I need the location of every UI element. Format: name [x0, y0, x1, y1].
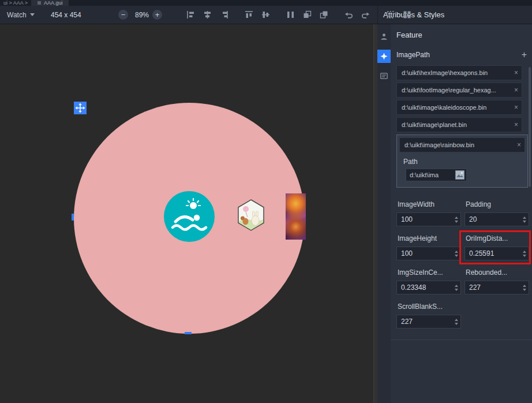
remove-path-icon[interactable]: ×: [514, 86, 518, 94]
img-size-in-center-input[interactable]: [397, 283, 452, 292]
padding-input[interactable]: [465, 215, 520, 223]
padding-spinner[interactable]: [520, 213, 529, 226]
ori-img-distance-spinner[interactable]: [520, 247, 529, 260]
add-path-button[interactable]: +: [522, 51, 527, 59]
redo-icon[interactable]: [361, 10, 370, 20]
file-icon: [37, 1, 42, 5]
spinner-up-icon[interactable]: [455, 251, 458, 253]
spinner-up-icon[interactable]: [523, 217, 526, 219]
rebounded-input[interactable]: [465, 283, 520, 292]
align-left-icon[interactable]: [186, 10, 196, 20]
path-item-2[interactable]: d:\uikt\image\kaleidoscope.bin ×: [396, 100, 522, 115]
grid-icon[interactable]: [402, 10, 412, 20]
zoom-in-button[interactable]: +: [152, 10, 162, 20]
imagepath-header: ImagePath +: [396, 51, 527, 59]
marquee-icon[interactable]: [385, 10, 395, 20]
spinner-up-icon[interactable]: [523, 285, 526, 287]
scroll-blank-spinner[interactable]: [452, 315, 460, 328]
rebounded-field[interactable]: [464, 281, 529, 294]
spinner-down-icon[interactable]: [523, 221, 526, 223]
watch-dropdown[interactable]: Watch: [7, 6, 35, 24]
undo-icon[interactable]: [344, 10, 354, 20]
path-item-1[interactable]: d:\uikt\footImage\regular_hexag... ×: [396, 83, 522, 98]
list-icon[interactable]: [377, 69, 391, 83]
path-input-value[interactable]: d:\uikt\ima: [410, 171, 455, 178]
align-top-icon[interactable]: [244, 10, 254, 20]
prop-row-3: ImgSizeInCe... Rebounded...: [396, 268, 532, 294]
spinner-up-icon[interactable]: [455, 319, 458, 321]
design-canvas[interactable]: [0, 24, 373, 403]
path-text: d:\uikt\footImage\regular_hexag...: [402, 87, 511, 94]
spinner-up-icon[interactable]: [523, 251, 526, 253]
path-item-3[interactable]: d:\uikt\image\planet.bin ×: [396, 117, 522, 132]
prop-ori-img-distance: OriImgDista...: [464, 234, 529, 260]
kaleidoscope-image[interactable]: [286, 193, 306, 240]
zoom-level-label: 89%: [132, 6, 152, 24]
remove-path-icon[interactable]: ×: [514, 69, 518, 77]
spinner-down-icon[interactable]: [455, 221, 458, 223]
align-middle-icon[interactable]: [261, 10, 271, 20]
spinner-up-icon[interactable]: [455, 217, 458, 219]
swim-badge-image[interactable]: [164, 191, 215, 242]
image-width-spinner[interactable]: [452, 213, 460, 226]
path-item-0[interactable]: d:\uikt\hexImage\hexagons.bin ×: [396, 65, 522, 80]
breadcrumb-trail[interactable]: ui > AAA >: [3, 0, 28, 6]
remove-path-icon[interactable]: ×: [514, 103, 518, 111]
scroll-blank-field[interactable]: [396, 315, 461, 329]
path-input[interactable]: d:\uikt\ima: [406, 169, 467, 181]
prop-row-4: ScrollBlankS...: [396, 303, 532, 329]
path-list-scrollbar[interactable]: [529, 67, 531, 187]
image-height-input[interactable]: [397, 249, 452, 258]
remove-path-icon[interactable]: ×: [517, 141, 521, 149]
attributes-panel: Feature ImagePath + d:\uikt\hexImage\hex…: [377, 24, 532, 403]
path-item-expanded-group: d:\uikt\image\rainbow.bin × Path d:\uikt…: [396, 135, 528, 188]
image-width-input[interactable]: [397, 215, 452, 223]
distribute-horizontal-icon[interactable]: [286, 10, 295, 20]
selection-tick-left: [72, 214, 74, 221]
spinner-down-icon[interactable]: [455, 255, 458, 257]
toolbar-left: Watch 454 x 454 − 89% +: [0, 6, 377, 24]
align-center-horizontal-icon[interactable]: [203, 10, 212, 20]
zoom-out-icon: −: [121, 11, 126, 18]
scroll-blank-input[interactable]: [397, 318, 452, 326]
move-handle[interactable]: [74, 102, 87, 114]
send-backward-icon[interactable]: [319, 10, 329, 20]
prop-image-height: ImageHeight: [396, 234, 461, 260]
hexagon-rabbit-image[interactable]: [237, 199, 265, 231]
ori-img-distance-field[interactable]: [464, 247, 529, 260]
rebounded-spinner[interactable]: [520, 281, 529, 294]
attributes-icon[interactable]: [377, 50, 391, 63]
watch-label: Watch: [7, 11, 27, 19]
spinner-down-icon[interactable]: [455, 323, 458, 325]
path-text: d:\uikt\image\rainbow.bin: [404, 141, 514, 148]
canvas-scrollbar[interactable]: [373, 24, 377, 403]
canvas-size-label: 454 x 454: [51, 6, 81, 24]
spinner-down-icon[interactable]: [455, 289, 458, 291]
user-icon[interactable]: [377, 30, 391, 43]
chevron-down-icon: [30, 13, 35, 16]
spinner-down-icon[interactable]: [523, 289, 526, 291]
rebounded-label: Rebounded...: [466, 268, 529, 277]
path-text: d:\uikt\image\planet.bin: [402, 121, 511, 128]
spinner-down-icon[interactable]: [523, 255, 526, 257]
bring-forward-icon[interactable]: [302, 10, 312, 20]
path-item-4[interactable]: d:\uikt\image\rainbow.bin ×: [399, 137, 525, 152]
ori-img-distance-input[interactable]: [465, 249, 520, 258]
image-width-field[interactable]: [396, 212, 461, 226]
padding-field[interactable]: [464, 212, 529, 226]
breadcrumb-file-label: AAA.gui: [44, 0, 63, 6]
image-thumbnail-icon[interactable]: [455, 170, 464, 180]
zoom-out-button[interactable]: −: [118, 10, 128, 20]
image-height-field[interactable]: [396, 247, 461, 260]
img-size-in-center-spinner[interactable]: [452, 281, 460, 294]
remove-path-icon[interactable]: ×: [514, 121, 518, 129]
scroll-blank-label: ScrollBlankS...: [398, 303, 461, 311]
breadcrumb-file-tab[interactable]: AAA.gui: [31, 0, 69, 6]
img-size-in-center-field[interactable]: [396, 281, 461, 294]
image-height-spinner[interactable]: [452, 247, 460, 260]
gui-editor-app: ui > AAA > AAA.gui Watch 454 x 454 − 89%…: [0, 0, 532, 403]
img-size-in-center-label: ImgSizeInCe...: [398, 268, 461, 277]
breadcrumb: ui > AAA > AAA.gui: [0, 0, 532, 6]
align-right-icon[interactable]: [219, 10, 229, 20]
spinner-up-icon[interactable]: [455, 285, 458, 287]
